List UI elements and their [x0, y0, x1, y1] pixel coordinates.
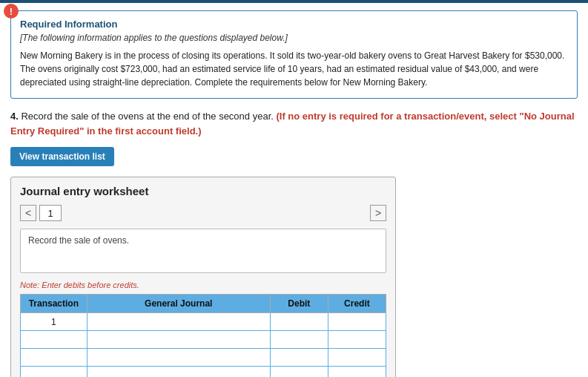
row3-credit[interactable] [328, 349, 386, 367]
question-number: 4. [10, 111, 19, 122]
row1-debit[interactable] [270, 313, 328, 331]
required-info-body: New Morning Bakery is in the process of … [20, 49, 568, 89]
worksheet-container: Journal entry worksheet < 1 > Record the… [10, 177, 396, 377]
table-header-row: Transaction General Journal Debit Credit [21, 295, 386, 313]
table-row: 1 [21, 313, 386, 331]
required-info-box: ! Required Information [The following in… [10, 10, 578, 99]
col-header-general-journal: General Journal [87, 295, 270, 313]
required-info-subtitle: [The following information applies to th… [20, 33, 568, 43]
row2-transaction [21, 331, 87, 349]
question-text: 4. Record the sale of the ovens at the e… [10, 109, 578, 138]
row4-general-journal[interactable] [87, 367, 270, 378]
question-text-before: Record the sale of the ovens at the end … [19, 111, 274, 122]
page-container: ! Required Information [The following in… [0, 3, 588, 377]
note-text: Note: Enter debits before credits. [20, 281, 386, 289]
description-box: Record the sale of ovens. [20, 229, 386, 273]
row4-debit[interactable] [270, 367, 328, 378]
row4-credit[interactable] [328, 367, 386, 378]
row3-debit[interactable] [270, 349, 328, 367]
row3-general-journal[interactable] [87, 349, 270, 367]
nav-next-button[interactable]: > [370, 205, 386, 221]
col-header-transaction: Transaction [21, 295, 87, 313]
row2-general-journal[interactable] [87, 331, 270, 349]
info-icon: ! [4, 4, 19, 19]
table-row [21, 367, 386, 378]
journal-table-body: 1 [21, 313, 386, 378]
table-row [21, 331, 386, 349]
worksheet-title: Journal entry worksheet [20, 185, 386, 197]
table-row [21, 349, 386, 367]
col-header-credit: Credit [328, 295, 386, 313]
row4-transaction [21, 367, 87, 378]
row1-transaction: 1 [21, 313, 87, 331]
row1-credit[interactable] [328, 313, 386, 331]
view-transaction-button[interactable]: View transaction list [10, 147, 114, 166]
col-header-debit: Debit [270, 295, 328, 313]
row2-credit[interactable] [328, 331, 386, 349]
worksheet-nav: < 1 > [20, 205, 386, 221]
nav-page-number: 1 [39, 205, 62, 221]
journal-table: Transaction General Journal Debit Credit… [20, 294, 386, 377]
nav-prev-button[interactable]: < [20, 205, 36, 221]
row1-general-journal[interactable] [87, 313, 270, 331]
row2-debit[interactable] [270, 331, 328, 349]
required-info-title: Required Information [20, 19, 568, 30]
row3-transaction [21, 349, 87, 367]
